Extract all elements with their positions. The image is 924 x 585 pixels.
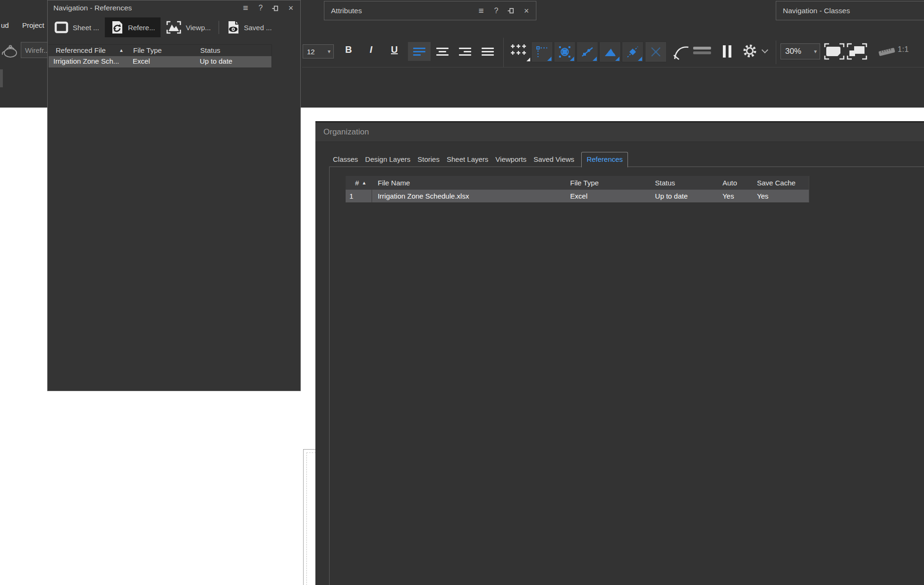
- close-icon[interactable]: ×: [523, 7, 530, 15]
- pause-snapping-button[interactable]: [723, 45, 731, 58]
- zoom-level-select[interactable]: 30% ▾: [780, 43, 820, 59]
- references-palette: Navigation - References ≡ ? × Sheet ...: [47, 0, 301, 391]
- dialog-tabs: Classes Design Layers Stories Sheet Laye…: [333, 151, 628, 167]
- snap-object-icon: [559, 46, 571, 58]
- tab-references[interactable]: Refere...: [105, 17, 161, 37]
- column-auto[interactable]: Auto: [720, 176, 754, 190]
- tab-classes[interactable]: Classes: [333, 152, 358, 167]
- align-center-button[interactable]: [431, 42, 454, 61]
- smart-edge-button[interactable]: [622, 42, 644, 62]
- tab-viewports[interactable]: Viewports: [495, 152, 526, 167]
- pause-icon: [723, 45, 726, 58]
- sort-asc-icon: ▲: [362, 180, 366, 185]
- cell-save-cache: Yes: [754, 190, 809, 202]
- references-palette-tabs: Sheet ... Refere... Viewp...: [49, 17, 278, 38]
- align-justify-button[interactable]: [476, 42, 499, 61]
- dialog-title: Organization: [315, 127, 369, 137]
- help-icon[interactable]: ?: [257, 4, 264, 12]
- snap-edge-icon: [581, 46, 593, 58]
- drawing-scale-label: 1:1: [898, 45, 909, 54]
- tab-stories[interactable]: Stories: [417, 152, 440, 167]
- cell-status: Up to date: [200, 57, 232, 65]
- cell-file-type: Excel: [568, 190, 653, 202]
- column-referenced-file[interactable]: Referenced File: [56, 46, 106, 54]
- column-status[interactable]: Status: [652, 176, 720, 190]
- tab-sheet-layers[interactable]: Sheet Layers: [447, 152, 488, 167]
- menu-item-project[interactable]: Project: [22, 21, 44, 29]
- references-table: # ▲ File Name File Type Status Auto Save…: [346, 176, 809, 202]
- palette-title: Navigation - Classes: [776, 7, 850, 15]
- references-icon: [110, 20, 124, 34]
- align-right-icon: [459, 48, 471, 49]
- align-right-button[interactable]: [454, 42, 476, 61]
- tab-references[interactable]: References: [581, 152, 628, 167]
- tab-viewports[interactable]: Viewp...: [161, 17, 216, 37]
- column-status[interactable]: Status: [200, 46, 220, 54]
- gear-icon[interactable]: [742, 43, 757, 58]
- reference-row[interactable]: Irrigation Zone Sch... Excel Up to date: [49, 56, 271, 67]
- snap-intersection-button[interactable]: [645, 42, 667, 62]
- fit-to-page-button[interactable]: [824, 42, 845, 60]
- tab-sheet-layers[interactable]: Sheet ...: [49, 17, 105, 37]
- render-mode-select[interactable]: Wirefr..: [21, 42, 48, 58]
- snap-object-button[interactable]: [554, 42, 576, 62]
- render-teapot-icon[interactable]: [1, 42, 19, 58]
- classes-palette-titlebar[interactable]: Navigation - Classes: [776, 1, 924, 20]
- align-justify-icon: [482, 48, 494, 49]
- snap-grid-button[interactable]: [510, 43, 530, 61]
- attributes-palette-titlebar[interactable]: Attributes ≡ ? ×: [324, 1, 536, 20]
- toolbar-divider: [219, 21, 219, 34]
- fit-to-objects-button[interactable]: [847, 42, 867, 60]
- close-icon[interactable]: ×: [287, 4, 295, 12]
- pin-icon[interactable]: [272, 5, 280, 12]
- align-left-button[interactable]: [408, 42, 431, 61]
- snap-intersection-icon: [650, 46, 662, 58]
- dialog-titlebar[interactable]: Organization: [315, 122, 924, 142]
- help-icon[interactable]: ?: [492, 7, 500, 15]
- smart-edge-icon: [627, 46, 639, 58]
- bold-button[interactable]: B: [345, 44, 352, 55]
- tab-saved-views[interactable]: Saved Views: [534, 152, 574, 167]
- snap-edge-button[interactable]: [576, 42, 598, 62]
- column-number[interactable]: # ▲: [346, 176, 372, 190]
- zoom-level-value: 30%: [785, 47, 801, 56]
- viewports-icon: [166, 21, 181, 34]
- cell-referenced-file: Irrigation Zone Sch...: [53, 57, 119, 65]
- chevron-down-icon: ▾: [328, 48, 333, 55]
- snap-grid-icon: [510, 43, 527, 58]
- column-file-type[interactable]: File Type: [568, 176, 653, 190]
- underline-button[interactable]: U: [391, 44, 398, 55]
- smart-points-button[interactable]: [531, 42, 553, 62]
- reference-row[interactable]: 1 Irrigation Zone Schedule.xlsx Excel Up…: [346, 190, 809, 202]
- column-file-name[interactable]: File Name: [372, 176, 568, 190]
- tool-palette-edge: [0, 69, 3, 87]
- references-table-header[interactable]: # ▲ File Name File Type Status Auto Save…: [346, 176, 809, 190]
- smart-points-icon: [536, 46, 548, 58]
- tab-saved-views[interactable]: Saved ...: [221, 17, 278, 37]
- references-palette-titlebar[interactable]: Navigation - References ≡ ? ×: [48, 0, 300, 16]
- toolbar-divider: [302, 67, 924, 67]
- pin-icon[interactable]: [508, 7, 515, 14]
- palette-title: Attributes: [324, 7, 362, 15]
- tab-design-layers[interactable]: Design Layers: [365, 152, 410, 167]
- organization-dialog: Organization Classes Design Layers Stori…: [315, 121, 924, 585]
- chevron-down-icon: ▾: [814, 48, 820, 55]
- toolbar-section-divider: [503, 38, 504, 67]
- menu-item-ud[interactable]: ud: [1, 21, 9, 29]
- snap-angle-button[interactable]: [599, 42, 621, 62]
- constrain-parallel-icon[interactable]: [693, 47, 711, 56]
- column-save-cache[interactable]: Save Cache: [754, 176, 809, 190]
- font-size-select[interactable]: 12 ▾: [303, 44, 334, 58]
- snap-tangent-icon[interactable]: [673, 43, 690, 60]
- cell-status: Up to date: [652, 190, 720, 202]
- italic-button[interactable]: I: [370, 44, 373, 55]
- references-table-header[interactable]: Referenced File ▲ File Type Status: [48, 44, 271, 56]
- column-file-type[interactable]: File Type: [133, 46, 162, 54]
- classes-palette: Navigation - Classes: [776, 1, 924, 20]
- palette-menu-icon[interactable]: ≡: [242, 4, 249, 12]
- sheet-page-border: [303, 449, 315, 585]
- column-divider: [271, 44, 272, 67]
- font-size-value: 12: [307, 48, 315, 56]
- palette-menu-icon[interactable]: ≡: [477, 7, 485, 15]
- saved-views-icon: [227, 20, 240, 34]
